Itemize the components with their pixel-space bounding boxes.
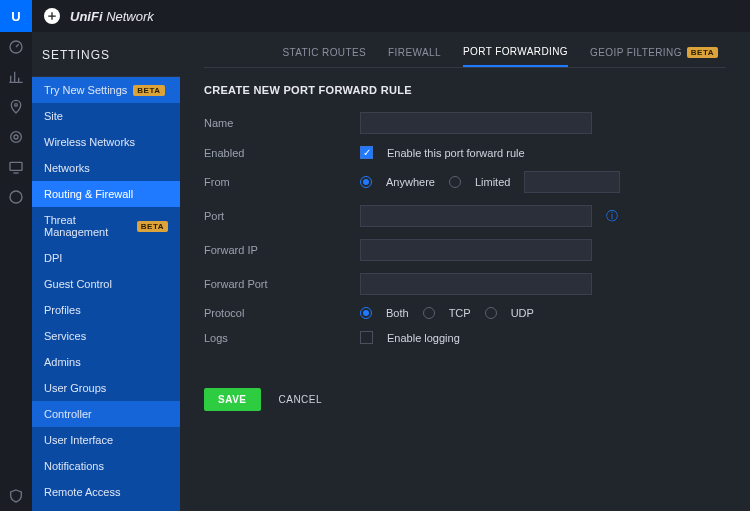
sidebar-item[interactable]: Networks [32,155,180,181]
sidebar-item-label: User Groups [44,382,106,394]
brand-suffix: Network [106,9,154,24]
sidebar-item-label: Networks [44,162,90,174]
logs-label: Logs [204,332,360,344]
port-input[interactable] [360,205,592,227]
app-title: UniFi Network [70,9,154,24]
name-input[interactable] [360,112,592,134]
sidebar-item[interactable]: Admins [32,349,180,375]
sidebar-item-label: Try New Settings [44,84,127,96]
sidebar-item[interactable]: Notifications [32,453,180,479]
topbar: UniFi Network [32,0,750,32]
fwdport-label: Forward Port [204,278,360,290]
beta-badge: BETA [133,85,164,96]
beta-badge: BETA [687,47,718,58]
dashboard-icon[interactable] [0,32,32,62]
sidebar-item[interactable]: Try New SettingsBETA [32,77,180,103]
svg-point-2 [11,132,22,143]
protocol-label: Protocol [204,307,360,319]
devices-icon[interactable] [0,122,32,152]
sidebar-item-label: User Interface [44,434,113,446]
sidebar-item[interactable]: User Groups [32,375,180,401]
proto-tcp-label: TCP [449,307,471,319]
sidebar-item-label: Threat Management [44,214,131,238]
fwdport-input[interactable] [360,273,592,295]
site-switcher-icon[interactable] [44,8,60,24]
sidebar-item[interactable]: Profiles [32,297,180,323]
from-anywhere-label: Anywhere [386,176,435,188]
tab-label: FIREWALL [388,47,441,58]
sidebar-item-label: Wireless Networks [44,136,135,148]
from-limited-label: Limited [475,176,510,188]
sidebar-item[interactable]: Routing & Firewall [32,181,180,207]
sidebar-item[interactable]: Remote Access [32,479,180,505]
sidebar-item-label: Guest Control [44,278,112,290]
svg-rect-4 [10,162,22,170]
clients-icon[interactable] [0,152,32,182]
settings-nav: Try New SettingsBETASiteWireless Network… [32,77,180,511]
svg-point-5 [10,191,22,203]
sidebar-item-label: DPI [44,252,62,264]
tab[interactable]: PORT FORWARDING [463,46,568,67]
sidebar-item-label: Routing & Firewall [44,188,133,200]
tab[interactable]: FIREWALL [388,46,441,67]
brand-prefix: UniFi [70,9,103,24]
sidebar-item-label: Remote Access [44,486,120,498]
from-label: From [204,176,360,188]
tab-label: PORT FORWARDING [463,46,568,57]
sidebar-item-label: Profiles [44,304,81,316]
cancel-button[interactable]: CANCEL [279,394,323,405]
tab-label: STATIC ROUTES [282,47,366,58]
from-limited-input[interactable] [524,171,620,193]
routing-tabs: STATIC ROUTESFIREWALLPORT FORWARDINGGEOI… [204,46,726,68]
settings-heading: SETTINGS [32,32,180,77]
from-anywhere-radio[interactable] [360,176,372,188]
beta-badge: BETA [137,221,168,232]
proto-both-radio[interactable] [360,307,372,319]
tab-label: GEOIP FILTERING [590,47,682,58]
logs-checkbox-label: Enable logging [387,332,460,344]
enabled-checkbox-label: Enable this port forward rule [387,147,525,159]
fwdip-input[interactable] [360,239,592,261]
svg-point-3 [14,135,18,139]
sidebar-item[interactable]: DPI [32,245,180,271]
sidebar-item[interactable]: Controller [32,401,180,427]
sidebar-item[interactable]: Elite Device [32,505,180,511]
proto-both-label: Both [386,307,409,319]
shield-icon[interactable] [0,481,32,511]
tab[interactable]: GEOIP FILTERINGBETA [590,46,718,67]
insights-icon[interactable] [0,182,32,212]
app-iconbar: U [0,0,32,511]
map-icon[interactable] [0,92,32,122]
sidebar-item[interactable]: User Interface [32,427,180,453]
proto-tcp-radio[interactable] [423,307,435,319]
enabled-checkbox[interactable]: ✓ [360,146,373,159]
proto-udp-radio[interactable] [485,307,497,319]
statistics-icon[interactable] [0,62,32,92]
save-button[interactable]: SAVE [204,388,261,411]
form-title: CREATE NEW PORT FORWARD RULE [204,84,726,96]
enabled-label: Enabled [204,147,360,159]
sidebar-item-label: Controller [44,408,92,420]
proto-udp-label: UDP [511,307,534,319]
tab[interactable]: STATIC ROUTES [282,46,366,67]
info-icon[interactable]: ⓘ [606,208,618,225]
brand-logo[interactable]: U [0,0,32,32]
sidebar-item[interactable]: Threat ManagementBETA [32,207,180,245]
sidebar-item[interactable]: Wireless Networks [32,129,180,155]
sidebar-item-label: Admins [44,356,81,368]
svg-point-1 [15,104,18,107]
sidebar-item-label: Services [44,330,86,342]
port-label: Port [204,210,360,222]
sidebar-item[interactable]: Site [32,103,180,129]
fwdip-label: Forward IP [204,244,360,256]
sidebar-item[interactable]: Services [32,323,180,349]
from-limited-radio[interactable] [449,176,461,188]
sidebar-item-label: Site [44,110,63,122]
sidebar-item[interactable]: Guest Control [32,271,180,297]
name-label: Name [204,117,360,129]
sidebar-item-label: Notifications [44,460,104,472]
logs-checkbox[interactable] [360,331,373,344]
